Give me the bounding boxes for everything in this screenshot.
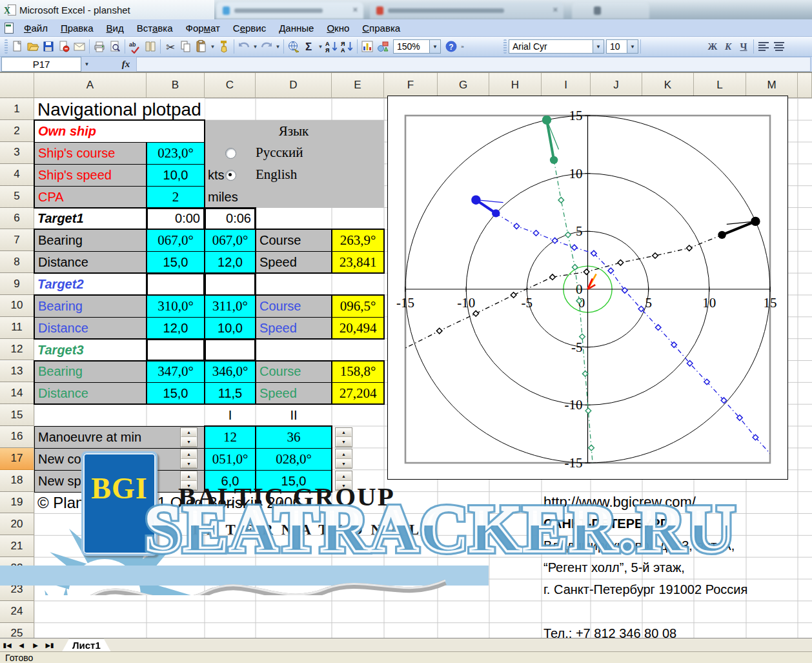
cell-D13[interactable]: Course — [256, 361, 332, 383]
spin-up-icon[interactable]: ▲ — [336, 449, 352, 459]
spin-up-icon[interactable]: ▲ — [336, 471, 352, 481]
print-button[interactable] — [92, 39, 107, 54]
row-header-14[interactable]: 14 — [0, 382, 34, 404]
menu-Справка[interactable]: Справка — [356, 21, 406, 36]
row-header-19[interactable]: 19 — [0, 492, 34, 514]
cell-D14[interactable]: Speed — [256, 382, 332, 405]
spin-up-icon[interactable]: ▲ — [181, 471, 197, 481]
cell-C5[interactable]: miles — [205, 186, 256, 209]
cell-A16[interactable]: Manoeuvre at min — [34, 426, 205, 449]
spin-up-icon[interactable]: ▲ — [336, 428, 352, 438]
cell-D2[interactable]: Язык — [256, 120, 332, 143]
font-size-combobox[interactable]: 10▼ — [606, 39, 638, 54]
menu-Вид[interactable]: Вид — [101, 21, 130, 36]
row-header-4[interactable]: 4 — [0, 164, 34, 186]
column-header-C[interactable]: C — [205, 73, 256, 98]
undo-dropdown-icon[interactable]: ▼ — [252, 39, 259, 54]
chart-wizard-button[interactable] — [360, 39, 375, 54]
row-header-18[interactable]: 18 — [0, 470, 34, 492]
row-header-1[interactable]: 1 — [0, 98, 34, 120]
cell-A9[interactable]: Target2 — [34, 273, 147, 296]
language-option-label[interactable]: English — [256, 164, 297, 186]
zoom-combobox[interactable]: 150%▼ — [393, 39, 441, 54]
column-header-E[interactable]: E — [332, 73, 384, 98]
cell-B10[interactable]: 310,0° — [147, 295, 205, 318]
row-header-11[interactable]: 11 — [0, 317, 34, 339]
column-header-D[interactable]: D — [256, 73, 332, 98]
cell-C13[interactable]: 346,0° — [205, 361, 256, 383]
cell-C11[interactable]: 10,0 — [205, 317, 256, 340]
cell-A4[interactable]: Ship's speed — [34, 164, 147, 187]
spinner-row17[interactable]: ▲▼ — [180, 449, 198, 469]
spin-down-icon[interactable]: ▼ — [181, 459, 197, 469]
cell-E13[interactable]: 158,8° — [332, 361, 384, 383]
cell-C16[interactable]: 12 — [205, 426, 256, 449]
contact-line[interactable]: http://www.bgicrew.com/ — [543, 492, 696, 513]
cell-E8[interactable]: 23,841 — [332, 251, 384, 274]
cell-A10[interactable]: Bearing — [34, 295, 147, 318]
undo-button[interactable] — [236, 39, 252, 54]
cell-A2[interactable]: Own ship — [34, 120, 205, 143]
cell-C12[interactable] — [205, 339, 256, 362]
copy-button[interactable] — [178, 39, 194, 54]
row-header-22[interactable]: 22 — [0, 557, 34, 579]
spin-up-icon[interactable]: ▲ — [181, 449, 197, 459]
italic-button[interactable]: K — [720, 39, 736, 54]
cell-B9[interactable] — [147, 273, 205, 296]
spelling-button[interactable]: ab — [127, 39, 143, 54]
cell-A14[interactable]: Distance — [34, 382, 147, 405]
cut-button[interactable]: ✂ — [163, 39, 178, 54]
email-button[interactable] — [72, 39, 87, 54]
align-left-button[interactable] — [756, 39, 771, 54]
spinner-row18[interactable]: ▲▼ — [335, 471, 352, 491]
autosum-button[interactable]: Σ — [301, 39, 317, 54]
menu-Данные[interactable]: Данные — [273, 21, 320, 36]
spinner-row16[interactable]: ▲▼ — [335, 427, 352, 447]
cell-C7[interactable]: 067,0° — [205, 229, 256, 252]
menu-Файл[interactable]: Файл — [18, 21, 54, 36]
underline-button[interactable]: Ч — [736, 39, 751, 54]
cell-C18[interactable]: 6,0 — [205, 470, 256, 493]
formula-input[interactable] — [136, 57, 811, 72]
column-header-H[interactable]: H — [489, 73, 542, 98]
save-button[interactable] — [41, 39, 56, 54]
column-header-K[interactable]: K — [642, 73, 694, 98]
align-center-button[interactable] — [771, 39, 787, 54]
column-header-M[interactable]: M — [746, 73, 798, 98]
cell-E14[interactable]: 27,204 — [332, 382, 384, 405]
cell-A7[interactable]: Bearing — [34, 229, 147, 252]
sheet-tab[interactable]: Лист1 — [62, 639, 111, 652]
cell-B14[interactable]: 15,0 — [147, 382, 205, 405]
cell-D18[interactable]: 15,0 — [256, 470, 332, 493]
cell-A3[interactable]: Ship's course — [34, 142, 147, 165]
cell-C14[interactable]: 11,5 — [205, 382, 256, 405]
prev-sheet-button[interactable]: ◀ — [14, 640, 28, 651]
cell-D10[interactable]: Course — [256, 295, 332, 318]
spin-down-icon[interactable]: ▼ — [336, 481, 352, 491]
toolbar-options-button[interactable]: » — [459, 39, 466, 54]
font-name-combobox[interactable]: Arial Cyr▼ — [509, 39, 604, 54]
row-header-2[interactable]: 2 — [0, 120, 34, 142]
cell-B11[interactable]: 12,0 — [147, 317, 205, 340]
spin-down-icon[interactable]: ▼ — [336, 437, 352, 447]
language-option-label[interactable]: Русский — [256, 142, 303, 164]
cell-D16[interactable]: 36 — [256, 426, 332, 449]
cell-D11[interactable]: Speed — [256, 317, 332, 340]
column-header-J[interactable]: J — [591, 73, 642, 98]
menu-Сервис[interactable]: Сервис — [227, 21, 272, 36]
row-header-13[interactable]: 13 — [0, 361, 34, 383]
last-sheet-button[interactable]: ▶▮ — [43, 640, 57, 651]
bold-button[interactable]: Ж — [705, 39, 720, 54]
row-header-15[interactable]: 15 — [0, 404, 34, 426]
drawing-button[interactable] — [375, 39, 391, 54]
row-header-23[interactable]: 23 — [0, 579, 34, 601]
spin-down-icon[interactable]: ▼ — [181, 437, 197, 447]
cell-E10[interactable]: 096,5° — [332, 295, 384, 318]
cell-A6[interactable]: Target1 — [34, 208, 147, 230]
cell-D7[interactable]: Course — [256, 229, 332, 252]
spinner-row16[interactable]: ▲▼ — [180, 427, 198, 447]
row-header-24[interactable]: 24 — [0, 601, 34, 623]
row-header-17[interactable]: 17 — [0, 448, 34, 470]
cell-B6[interactable]: 0:00 — [147, 208, 205, 230]
cell-B13[interactable]: 347,0° — [147, 361, 205, 383]
